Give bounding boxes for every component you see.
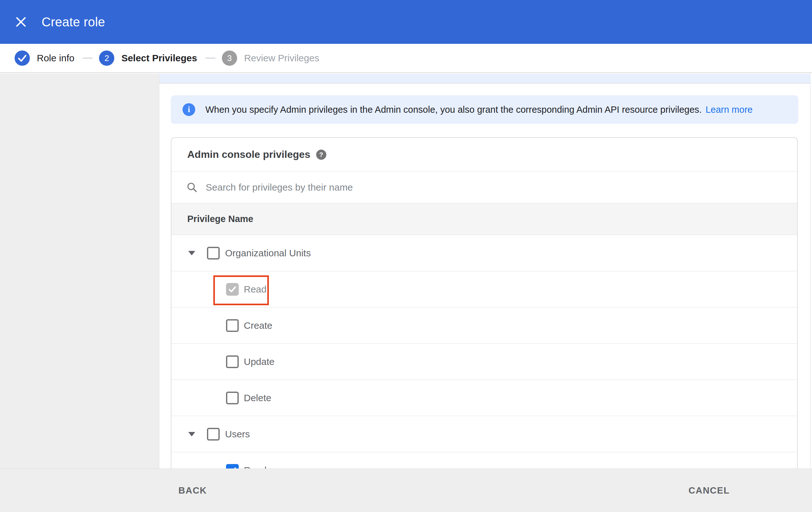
- privilege-label: Create: [244, 320, 272, 331]
- privilege-row-users-read[interactable]: Read: [171, 452, 797, 468]
- search-icon: [187, 182, 198, 193]
- step-select-privileges[interactable]: 2 Select Privileges: [99, 51, 197, 66]
- privilege-label: Users: [225, 429, 250, 439]
- close-icon[interactable]: [14, 16, 27, 28]
- cancel-button[interactable]: CANCEL: [689, 469, 730, 512]
- step-number-badge: 2: [99, 51, 114, 66]
- scrollbar-gutter[interactable]: [810, 74, 812, 468]
- collapse-arrow-icon[interactable]: [188, 432, 195, 436]
- privilege-checkbox-organizational-units-delete[interactable]: [226, 392, 239, 404]
- learn-more-link[interactable]: Learn more: [706, 105, 753, 115]
- stepper: Role info 2 Select Privileges 3 Review P…: [0, 44, 812, 73]
- privilege-label: Update: [244, 356, 274, 367]
- privilege-checkbox-organizational-units-create[interactable]: [226, 319, 239, 332]
- search-input[interactable]: [206, 182, 682, 193]
- dialog-title: Create role: [41, 0, 105, 44]
- privilege-row-organizational-units[interactable]: Organizational Units: [171, 235, 797, 271]
- privilege-checkbox-users[interactable]: [207, 428, 220, 440]
- left-sidebar: [0, 74, 160, 468]
- privilege-label: Read: [244, 465, 267, 469]
- scrolled-content-remnant: [160, 74, 810, 84]
- privileges-tree: Organizational UnitsReadCreateUpdateDele…: [171, 235, 797, 468]
- privileges-card: Admin console privileges ? Privilege Nam…: [171, 137, 798, 468]
- privilege-row-organizational-units-update[interactable]: Update: [171, 344, 797, 380]
- step-label: Review Privileges: [244, 53, 319, 63]
- privilege-row-organizational-units-delete[interactable]: Delete: [171, 380, 797, 416]
- step-label: Select Privileges: [121, 53, 197, 63]
- privilege-row-organizational-units-read[interactable]: Read: [171, 271, 797, 307]
- collapse-arrow-icon[interactable]: [188, 251, 195, 255]
- step-completed-check-icon: [14, 51, 30, 66]
- column-header-privilege-name: Privilege Name: [171, 203, 797, 235]
- step-review-privileges[interactable]: 3 Review Privileges: [222, 51, 319, 66]
- help-question-icon[interactable]: ?: [316, 150, 326, 160]
- privilege-checkbox-users-read[interactable]: [226, 464, 239, 469]
- privilege-row-organizational-units-create[interactable]: Create: [171, 307, 797, 344]
- step-label: Role info: [37, 53, 74, 63]
- step-connector: [205, 57, 215, 59]
- step-connector: [83, 57, 93, 59]
- privilege-checkbox-organizational-units[interactable]: [207, 247, 220, 260]
- info-banner: i When you specify Admin privileges in t…: [171, 95, 799, 124]
- highlight-box: [213, 275, 269, 305]
- privilege-label: Organizational Units: [225, 248, 311, 259]
- back-button[interactable]: BACK: [178, 469, 207, 512]
- card-title-row: Admin console privileges ?: [171, 138, 797, 171]
- dialog-header: Create role: [0, 0, 812, 44]
- privilege-checkbox-organizational-units-update[interactable]: [226, 355, 239, 368]
- card-title: Admin console privileges: [187, 149, 311, 160]
- create-role-dialog: Create role Role info 2 Select Privilege…: [0, 0, 812, 512]
- banner-text: When you specify Admin privileges in the…: [205, 105, 702, 115]
- step-role-info[interactable]: Role info: [14, 51, 74, 66]
- search-row: [171, 171, 797, 203]
- privilege-row-users[interactable]: Users: [171, 416, 797, 452]
- footer-bar: BACK CANCEL CONTINUE: [0, 468, 812, 512]
- info-icon: i: [182, 103, 195, 116]
- step-number-badge: 3: [222, 51, 237, 66]
- privilege-label: Delete: [244, 393, 271, 403]
